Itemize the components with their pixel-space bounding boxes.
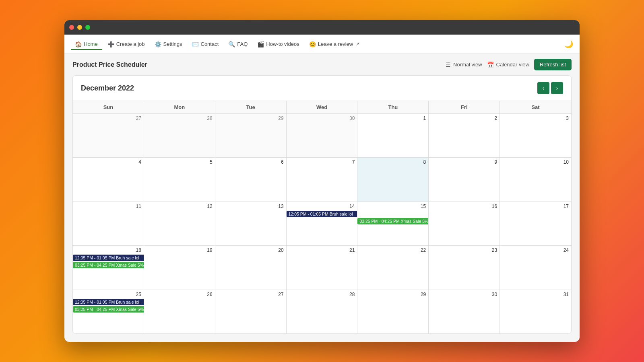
day-number: 21 — [289, 247, 355, 253]
nav-create-job[interactable]: ➕ Create a job — [103, 39, 149, 50]
day-cell[interactable]: 9 — [429, 158, 500, 201]
day-cell[interactable]: 20 — [215, 246, 287, 289]
day-number: 24 — [502, 247, 569, 253]
day-cell[interactable]: 14 12:05 PM - 01:05 PM Bruh sale lol — [287, 202, 358, 245]
bruh-sale-event[interactable]: 12:05 PM - 01:05 PM Bruh sale lol — [287, 211, 358, 217]
day-cell[interactable]: 15 03:25 PM - 04:25 PM Xmas Sale 5% off … — [357, 202, 429, 245]
day-cell[interactable]: 11 — [73, 202, 144, 245]
day-number: 31 — [502, 292, 569, 297]
day-cell[interactable]: 4 — [73, 158, 144, 201]
toolbar-right: ☰ Normal view 📅 Calendar view Refresh li… — [446, 59, 572, 70]
refresh-button[interactable]: Refresh list — [534, 59, 572, 70]
bruh-sale-event[interactable]: 12:05 PM - 01:05 PM Bruh sale lol — [73, 255, 144, 261]
day-cell[interactable]: 13 — [215, 202, 287, 245]
week-row: 4 5 6 7 8 9 10 — [73, 158, 571, 202]
minimize-button[interactable] — [77, 25, 82, 30]
day-cell[interactable]: 31 — [500, 290, 571, 333]
day-cell[interactable]: 25 12:05 PM - 01:05 PM Bruh sale lol 03:… — [73, 290, 144, 333]
day-cell[interactable]: 23 — [429, 246, 500, 289]
day-number: 8 — [360, 159, 426, 165]
titlebar — [64, 20, 580, 35]
day-cell[interactable]: 30 — [287, 114, 358, 157]
next-month-button[interactable]: › — [551, 82, 563, 94]
event-label: 12:05 PM - 01:05 PM Bruh sale lol — [75, 255, 139, 260]
day-cell[interactable]: 29 — [215, 114, 287, 157]
day-number: 17 — [502, 204, 569, 209]
day-number: 23 — [431, 247, 497, 253]
day-number: 12 — [147, 204, 213, 209]
day-number: 28 — [289, 292, 355, 297]
day-header-thu: Thu — [357, 101, 429, 113]
day-cell[interactable]: 2 — [429, 114, 500, 157]
day-header-sun: Sun — [73, 101, 144, 113]
calendar-view-toggle[interactable]: 📅 Calendar view — [487, 62, 529, 68]
day-number: 16 — [431, 204, 497, 209]
nav-faq[interactable]: 🔍 FAQ — [224, 39, 252, 50]
maximize-button[interactable] — [85, 25, 90, 30]
day-cell[interactable]: 27 — [215, 290, 287, 333]
prev-month-button[interactable]: ‹ — [537, 82, 549, 94]
day-number: 14 — [289, 204, 355, 209]
calendar-container: December 2022 ‹ › Sun Mon Tue Wed Thu Fr… — [72, 75, 572, 334]
event-label: 12:05 PM - 01:05 PM Bruh sale lol — [75, 300, 139, 304]
day-cell[interactable]: 26 — [144, 290, 215, 333]
normal-view-toggle[interactable]: ☰ Normal view — [446, 62, 482, 68]
close-button[interactable] — [69, 25, 74, 30]
day-cell[interactable]: 18 12:05 PM - 01:05 PM Bruh sale lol 03:… — [73, 246, 144, 289]
day-cell[interactable]: 7 — [287, 158, 358, 201]
faq-icon: 🔍 — [228, 41, 235, 47]
theme-toggle[interactable]: 🌙 — [564, 40, 573, 49]
day-cell[interactable]: 17 — [500, 202, 571, 245]
calendar-header: December 2022 ‹ › — [73, 76, 571, 101]
nav-leave-review[interactable]: 😊 Leave a review ↗ — [305, 39, 363, 50]
xmas-sale-event[interactable]: 03:25 PM - 04:25 PM Xmas Sale 5% off eve… — [73, 262, 144, 268]
day-cell[interactable]: 3 — [500, 114, 571, 157]
nav-home-label: Home — [84, 41, 98, 47]
nav-settings[interactable]: ⚙️ Settings — [151, 39, 186, 50]
day-cell[interactable]: 30 — [429, 290, 500, 333]
day-cell[interactable]: 6 — [215, 158, 287, 201]
day-cell[interactable]: 29 — [357, 290, 429, 333]
day-cell[interactable]: 19 — [144, 246, 215, 289]
event-label: 12:05 PM - 01:05 PM Bruh sale lol — [289, 212, 353, 216]
calendar-view-icon: 📅 — [487, 62, 494, 68]
nav-faq-label: FAQ — [237, 41, 248, 47]
day-number: 29 — [218, 115, 284, 121]
day-number: 9 — [431, 159, 497, 165]
normal-view-icon: ☰ — [446, 62, 451, 68]
day-cell[interactable]: 27 — [73, 114, 144, 157]
day-header-fri: Fri — [429, 101, 500, 113]
day-cell[interactable]: 24 — [500, 246, 571, 289]
review-icon: 😊 — [309, 41, 316, 47]
day-number: 13 — [218, 204, 284, 209]
day-number: 20 — [218, 247, 284, 253]
xmas-sale-event[interactable]: 03:25 PM - 04:25 PM Xmas Sale 5% off eve… — [357, 218, 429, 224]
day-number: 2 — [431, 115, 497, 121]
nav-how-to-videos[interactable]: 🎬 How-to videos — [253, 39, 303, 50]
day-cell[interactable]: 28 — [144, 114, 215, 157]
nav-create-job-label: Create a job — [116, 41, 145, 47]
day-header-mon: Mon — [144, 101, 215, 113]
day-cell[interactable]: 22 — [357, 246, 429, 289]
day-cell[interactable]: 28 — [287, 290, 358, 333]
app-window: 🏠 Home ➕ Create a job ⚙️ Settings ✉️ Con… — [64, 20, 580, 342]
day-cell[interactable]: 1 — [357, 114, 429, 157]
day-cell[interactable]: 10 — [500, 158, 571, 201]
day-cell[interactable]: 21 — [287, 246, 358, 289]
day-cell[interactable]: 5 — [144, 158, 215, 201]
bruh-sale-event[interactable]: 12:05 PM - 01:05 PM Bruh sale lol — [73, 299, 144, 305]
day-cell[interactable]: 12 — [144, 202, 215, 245]
day-number: 26 — [147, 292, 213, 297]
calendar-view-label: Calendar view — [496, 62, 529, 68]
toolbar: Product Price Scheduler ☰ Normal view 📅 … — [64, 54, 580, 75]
day-cell-highlighted[interactable]: 8 — [357, 158, 429, 201]
day-cell[interactable]: 16 — [429, 202, 500, 245]
day-number: 7 — [289, 159, 355, 165]
day-number: 3 — [502, 115, 569, 121]
day-header-tue: Tue — [215, 101, 287, 113]
nav-contact[interactable]: ✉️ Contact — [188, 39, 223, 50]
nav-leave-review-label: Leave a review — [318, 41, 353, 47]
xmas-sale-event[interactable]: 03:25 PM - 04:25 PM Xmas Sale 5% off eve… — [73, 306, 144, 313]
week-row: 18 12:05 PM - 01:05 PM Bruh sale lol 03:… — [73, 246, 571, 290]
nav-home[interactable]: 🏠 Home — [71, 39, 102, 50]
